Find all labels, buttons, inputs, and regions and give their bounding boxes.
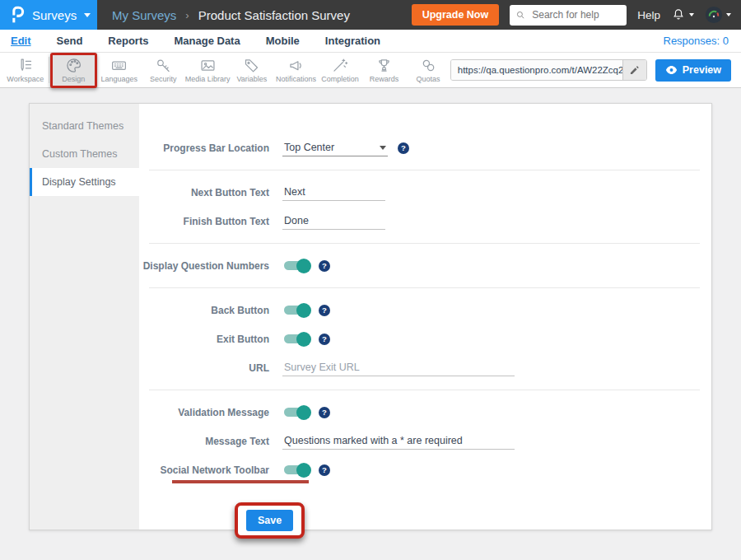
- media-library-icon: [199, 57, 217, 74]
- nav-item-edit[interactable]: Edit: [11, 35, 31, 47]
- annotation-red-box: Save: [235, 502, 305, 539]
- next-button-text-label: Next Button Text: [139, 187, 269, 198]
- bell-icon: [671, 7, 686, 22]
- avatar: [705, 6, 723, 24]
- toolbar-item-design[interactable]: Design: [50, 53, 98, 88]
- toolbar-item-label: Rewards: [370, 75, 399, 83]
- exit-url-row: URL: [139, 355, 711, 380]
- help-icon[interactable]: ?: [319, 407, 330, 418]
- chevron-down-icon: [689, 13, 694, 16]
- finish-button-text-label: Finish Button Text: [139, 216, 269, 227]
- help-icon[interactable]: ?: [319, 334, 330, 345]
- account-menu[interactable]: [705, 6, 731, 24]
- edit-url-button[interactable]: [622, 60, 646, 80]
- nav-item-manage-data[interactable]: Manage Data: [174, 35, 240, 47]
- next-button-text-input[interactable]: [282, 184, 385, 201]
- toggle-knob: [296, 405, 311, 420]
- toolbar-item-label: Media Library: [185, 75, 231, 83]
- breadcrumb-separator: ›: [185, 9, 189, 21]
- exit-url-label: URL: [139, 362, 269, 374]
- validation-message-row: Validation Message ?: [139, 399, 711, 425]
- toolbar-item-label: Completion: [321, 75, 359, 83]
- progress-bar-location-select[interactable]: Top Center: [282, 139, 388, 156]
- nav-item-send[interactable]: Send: [57, 35, 83, 47]
- chain-links-icon: [420, 57, 437, 74]
- design-settings-card: Standard Themes Custom Themes Display Se…: [29, 103, 712, 530]
- back-button-toggle[interactable]: [284, 306, 309, 315]
- sidebar-item-display-settings[interactable]: Display Settings: [30, 168, 139, 196]
- display-question-numbers-row: Display Question Numbers ?: [139, 253, 711, 278]
- validation-message-label: Validation Message: [139, 407, 269, 418]
- help-icon[interactable]: ?: [319, 260, 330, 272]
- upgrade-now-button[interactable]: Upgrade Now: [412, 4, 500, 26]
- toolbar-item-rewards[interactable]: Rewards: [362, 55, 407, 86]
- progress-bar-location-row: Progress Bar Location Top Center ?: [139, 135, 711, 161]
- nav-item-reports[interactable]: Reports: [108, 35, 148, 47]
- chevron-down-icon: [380, 146, 386, 150]
- display-question-numbers-toggle[interactable]: [284, 261, 309, 270]
- next-button-text-row: Next Button Text: [139, 180, 711, 205]
- display-question-numbers-label: Display Question Numbers: [139, 260, 269, 272]
- message-text-input[interactable]: [282, 432, 515, 450]
- nav-item-integration[interactable]: Integration: [325, 35, 380, 47]
- sidebar-item-custom-themes[interactable]: Custom Themes: [30, 140, 139, 168]
- exit-button-toggle[interactable]: [284, 334, 309, 343]
- trophy-icon: [375, 57, 393, 74]
- breadcrumb-parent[interactable]: My Surveys: [112, 8, 176, 22]
- survey-url[interactable]: https://qa.questionpro.com/t/AW22Zcq2J: [451, 60, 622, 80]
- toolbar-item-label: Quotas: [417, 75, 440, 83]
- design-icon: [65, 57, 82, 74]
- save-button[interactable]: Save: [246, 510, 293, 531]
- toolbar-item-languages[interactable]: Languages: [97, 55, 142, 86]
- toolbar-item-quotas[interactable]: Quotas: [406, 55, 450, 86]
- toolbar-right: https://qa.questionpro.com/t/AW22Zcq2J P…: [450, 59, 741, 82]
- exit-button-label: Exit Button: [139, 334, 269, 345]
- annotation-red-underline: [172, 480, 309, 483]
- help-icon[interactable]: ?: [319, 464, 330, 476]
- finish-button-text-input[interactable]: [282, 212, 385, 230]
- toolbar-item-label: Design: [62, 75, 85, 83]
- search-input[interactable]: [530, 8, 621, 21]
- help-search: [510, 5, 627, 26]
- toolbar-item-workspace[interactable]: Workspace: [3, 55, 48, 86]
- section-divider: [149, 170, 700, 170]
- toolbar-item-variables[interactable]: Variables: [230, 55, 274, 86]
- toolbar-item-notifications[interactable]: Notifications: [274, 55, 319, 86]
- toolbar-item-label: Workspace: [7, 75, 44, 83]
- help-icon[interactable]: ?: [398, 142, 409, 154]
- sidebar-item-standard-themes[interactable]: Standard Themes: [30, 112, 139, 140]
- nav-item-mobile[interactable]: Mobile: [266, 35, 300, 47]
- section-divider: [149, 287, 700, 288]
- section-divider: [149, 243, 700, 244]
- breadcrumb: My Surveys › Product Satisfaction Survey: [112, 8, 350, 22]
- toolbar-item-security[interactable]: Security: [142, 55, 186, 86]
- variables-icon: [243, 57, 260, 74]
- help-link[interactable]: Help: [637, 9, 660, 21]
- page-content: Standard Themes Custom Themes Display Se…: [0, 88, 741, 530]
- toolbar-item-label: Variables: [236, 75, 267, 83]
- progress-bar-location-label: Progress Bar Location: [139, 142, 269, 154]
- preview-button[interactable]: Preview: [655, 59, 731, 82]
- toolbar-item-completion[interactable]: Completion: [318, 55, 362, 86]
- exit-url-input[interactable]: [282, 359, 515, 376]
- toggle-knob: [296, 303, 311, 318]
- social-network-toolbar-toggle[interactable]: [284, 465, 309, 474]
- eye-icon: [665, 65, 678, 75]
- notifications-bell[interactable]: [671, 7, 694, 22]
- help-icon[interactable]: ?: [319, 305, 330, 316]
- back-button-label: Back Button: [139, 305, 269, 316]
- validation-message-toggle[interactable]: [284, 408, 309, 417]
- questionpro-logo-icon: [11, 6, 25, 24]
- product-menu-label: Surveys: [32, 8, 77, 22]
- progress-bar-location-value: Top Center: [284, 142, 334, 153]
- toolbar-item-media-library[interactable]: Media Library: [185, 55, 230, 86]
- toolbar-divider: [49, 57, 49, 83]
- chevron-down-icon: [84, 13, 91, 17]
- security-icon: [155, 57, 172, 74]
- finish-button-text-row: Finish Button Text: [139, 208, 711, 234]
- product-menu[interactable]: Surveys: [0, 0, 97, 30]
- topbar-right: Upgrade Now Help: [412, 4, 741, 26]
- exit-button-row: Exit Button ?: [139, 326, 711, 352]
- breadcrumb-current: Product Satisfaction Survey: [198, 8, 350, 22]
- pencil-icon: [629, 65, 640, 76]
